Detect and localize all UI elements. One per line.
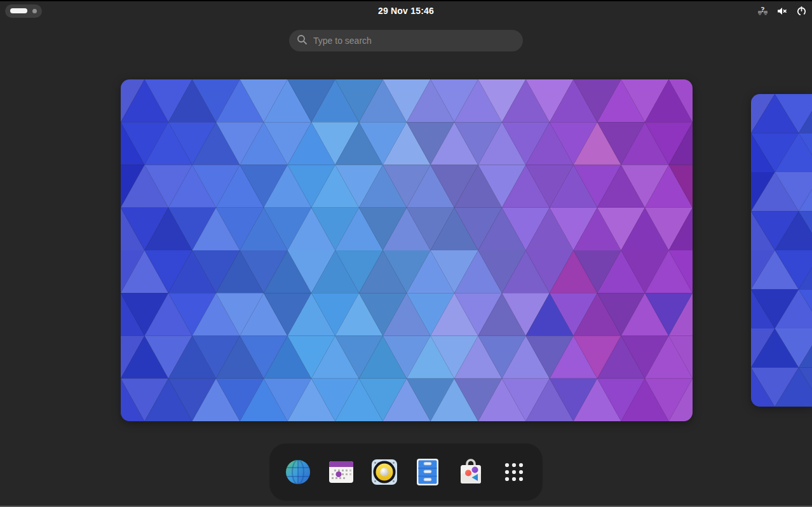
volume-muted-icon[interactable] (776, 6, 788, 17)
workspace-thumbnail-2[interactable] (751, 94, 812, 407)
search-icon (297, 34, 308, 48)
workspace-indicator-dot (32, 9, 37, 13)
workspace-thumbnail-1[interactable] (121, 79, 693, 421)
top-bar: 29 Nov 15:46 ? (0, 1, 812, 20)
activities-workspace-indicator[interactable] (5, 4, 42, 18)
clock[interactable]: 29 Nov 15:46 (378, 1, 434, 20)
web-browser-icon[interactable] (283, 457, 313, 487)
software-store-icon[interactable] (456, 457, 486, 487)
wallpaper-workspace-1 (121, 79, 693, 421)
calendar-icon[interactable] (326, 457, 356, 487)
system-status-area[interactable]: ? (757, 1, 807, 20)
wallpaper-workspace-2 (751, 94, 812, 407)
workspace-indicator-active (10, 8, 27, 13)
show-apps-icon[interactable] (499, 457, 529, 487)
power-icon[interactable] (796, 6, 807, 17)
network-question-icon[interactable]: ? (757, 6, 768, 17)
music-player-icon[interactable] (369, 457, 400, 487)
search-bar[interactable] (289, 30, 523, 51)
gnome-activities-overview: { "topbar": { "clock": "29 Nov 15:46", "… (0, 0, 812, 507)
search-input[interactable] (313, 36, 515, 46)
dash-dock (269, 443, 543, 501)
file-manager-icon[interactable] (412, 457, 443, 487)
svg-text:?: ? (761, 6, 764, 14)
